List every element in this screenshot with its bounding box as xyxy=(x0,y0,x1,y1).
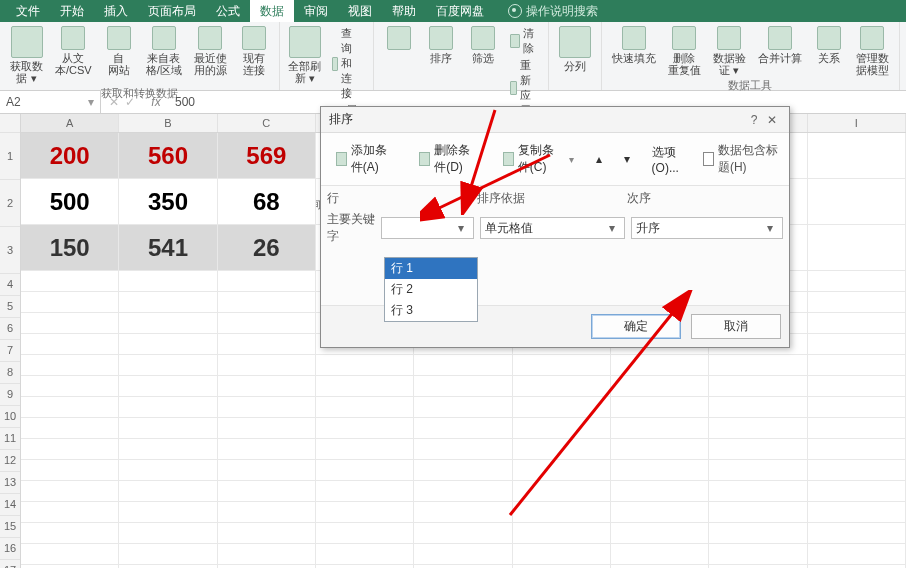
sort-order-combo[interactable]: 升序▾ xyxy=(631,217,784,239)
move-down-button[interactable]: ▾ xyxy=(615,149,639,169)
row-header-17[interactable]: 17 xyxy=(0,560,20,568)
cell-B2[interactable]: 350 xyxy=(119,179,217,225)
row-header-8[interactable]: 8 xyxy=(0,362,20,384)
sort-icon xyxy=(429,26,453,50)
row-header-7[interactable]: 7 xyxy=(0,340,20,362)
rg-tools-label: 数据工具 xyxy=(606,78,895,94)
row-header-12[interactable]: 12 xyxy=(0,450,20,472)
consolidate-icon xyxy=(768,26,792,50)
add-level-button[interactable]: 添加条件(A) xyxy=(327,139,406,179)
rb-recent[interactable]: 最近使 用的源 xyxy=(188,24,233,78)
move-up-button[interactable]: ▴ xyxy=(587,149,611,169)
dropdown-item-row2[interactable]: 行 2 xyxy=(385,279,477,300)
cell-A3[interactable]: 150 xyxy=(21,225,119,271)
menu-view[interactable]: 视图 xyxy=(338,0,382,22)
sort-basis-combo[interactable]: 单元格值▾ xyxy=(480,217,625,239)
cell-B3[interactable]: 541 xyxy=(119,225,217,271)
row-header-11[interactable]: 11 xyxy=(0,428,20,450)
col-header-B[interactable]: B xyxy=(119,114,217,132)
row-header-9[interactable]: 9 xyxy=(0,384,20,406)
enter-fx-icon[interactable]: ✓ xyxy=(125,95,135,109)
texttocol-icon xyxy=(559,26,591,58)
row-header-3[interactable]: 3 xyxy=(0,227,20,274)
row-header-4[interactable]: 4 xyxy=(0,274,20,296)
menu-data[interactable]: 数据 xyxy=(250,0,294,22)
reapply-icon xyxy=(510,81,517,95)
rb-fromcsv[interactable]: 从文 本/CSV xyxy=(49,24,98,78)
row-header-5[interactable]: 5 xyxy=(0,296,20,318)
row-header-6[interactable]: 6 xyxy=(0,318,20,340)
dialog-title: 排序 xyxy=(329,111,745,128)
row-header-15[interactable]: 15 xyxy=(0,516,20,538)
rb-datavalid[interactable]: 数据验 证 ▾ xyxy=(707,24,752,78)
rb-sortasc[interactable] xyxy=(378,24,420,54)
rb-datamodel[interactable]: 管理数 据模型 xyxy=(850,24,895,78)
rb-refreshall[interactable]: 全部刷 新 ▾ xyxy=(284,24,326,86)
cell-B1[interactable]: 560 xyxy=(119,133,217,179)
cancel-fx-icon[interactable]: ✕ xyxy=(109,95,119,109)
chevron-down-icon: ▾ xyxy=(569,154,574,165)
rb-fromweb[interactable]: 自 网站 xyxy=(98,24,140,78)
rb-filter[interactable]: 筛选 xyxy=(462,24,504,66)
row-header-13[interactable]: 13 xyxy=(0,472,20,494)
csv-icon xyxy=(61,26,85,50)
has-header-checkbox[interactable]: 数据包含标题(H) xyxy=(703,142,783,176)
add-icon xyxy=(336,152,347,166)
ribbon: 获取数 据 ▾ 从文 本/CSV 自 网站 来自表 格/区域 最近使 用的源 现… xyxy=(0,22,906,91)
menu-bar: 文件 开始 插入 页面布局 公式 数据 审阅 视图 帮助 百度网盘 操作说明搜索 xyxy=(0,0,906,22)
delete-level-button[interactable]: 删除条件(D) xyxy=(410,139,490,179)
cell-C2[interactable]: 68 xyxy=(218,179,316,225)
op-search[interactable]: 操作说明搜索 xyxy=(508,3,598,20)
col-header-C[interactable]: C xyxy=(218,114,316,132)
col-header-I[interactable]: I xyxy=(808,114,906,132)
rb-flashfill[interactable]: 快速填充 xyxy=(606,24,662,66)
row-header-1[interactable]: 1 xyxy=(0,133,20,180)
chevron-down-icon: ▾ xyxy=(604,221,620,235)
options-button[interactable]: 选项(O)... xyxy=(643,141,699,178)
datavalid-icon xyxy=(717,26,741,50)
cell-C1[interactable]: 569 xyxy=(218,133,316,179)
row-header-10[interactable]: 10 xyxy=(0,406,20,428)
rb-sort[interactable]: 排序 xyxy=(420,24,462,66)
col-header-A[interactable]: A xyxy=(21,114,119,132)
sort-row-combo[interactable]: ▾ xyxy=(381,217,474,239)
chevron-down-icon: ▾ xyxy=(453,221,469,235)
name-box[interactable]: A2▾ xyxy=(0,91,101,113)
menu-baidu[interactable]: 百度网盘 xyxy=(426,0,494,22)
web-icon xyxy=(107,26,131,50)
removedup-icon xyxy=(672,26,696,50)
primary-key-label: 主要关键字 xyxy=(327,211,381,245)
menu-home[interactable]: 开始 xyxy=(50,0,94,22)
row-header-14[interactable]: 14 xyxy=(0,494,20,516)
menu-formula[interactable]: 公式 xyxy=(206,0,250,22)
queries-icon xyxy=(332,57,339,71)
copy-level-button[interactable]: 复制条件(C)▾ xyxy=(494,139,582,179)
menu-review[interactable]: 审阅 xyxy=(294,0,338,22)
rb-consolidate[interactable]: 合并计算 xyxy=(752,24,808,66)
rb-removedup[interactable]: 删除 重复值 xyxy=(662,24,707,78)
rb-fromtable[interactable]: 来自表 格/区域 xyxy=(140,24,188,78)
menu-help[interactable]: 帮助 xyxy=(382,0,426,22)
menu-insert[interactable]: 插入 xyxy=(94,0,138,22)
rb-queries[interactable]: 查询和连接 xyxy=(332,26,363,101)
rb-texttocol[interactable]: 分列 xyxy=(553,24,597,74)
menu-layout[interactable]: 页面布局 xyxy=(138,0,206,22)
cell-C3[interactable]: 26 xyxy=(218,225,316,271)
dropdown-item-row1[interactable]: 行 1 xyxy=(385,258,477,279)
rb-existing[interactable]: 现有 连接 xyxy=(233,24,275,78)
dropdown-item-row3[interactable]: 行 3 xyxy=(385,300,477,321)
rb-clear[interactable]: 清除 xyxy=(510,26,538,56)
fx-icon[interactable]: fx xyxy=(143,95,169,109)
close-icon[interactable]: ✕ xyxy=(763,113,781,127)
rb-relations[interactable]: 关系 xyxy=(808,24,850,66)
row-header-2[interactable]: 2 xyxy=(0,180,20,227)
help-icon[interactable]: ? xyxy=(745,113,763,127)
rb-getdata[interactable]: 获取数 据 ▾ xyxy=(4,24,49,86)
cell-A2[interactable]: 500 xyxy=(21,179,119,225)
menu-file[interactable]: 文件 xyxy=(6,0,50,22)
cancel-button[interactable]: 取消 xyxy=(691,314,781,339)
sort-col-header: 行 xyxy=(327,190,477,207)
row-header-16[interactable]: 16 xyxy=(0,538,20,560)
ok-button[interactable]: 确定 xyxy=(591,314,681,339)
cell-A1[interactable]: 200 xyxy=(21,133,119,179)
